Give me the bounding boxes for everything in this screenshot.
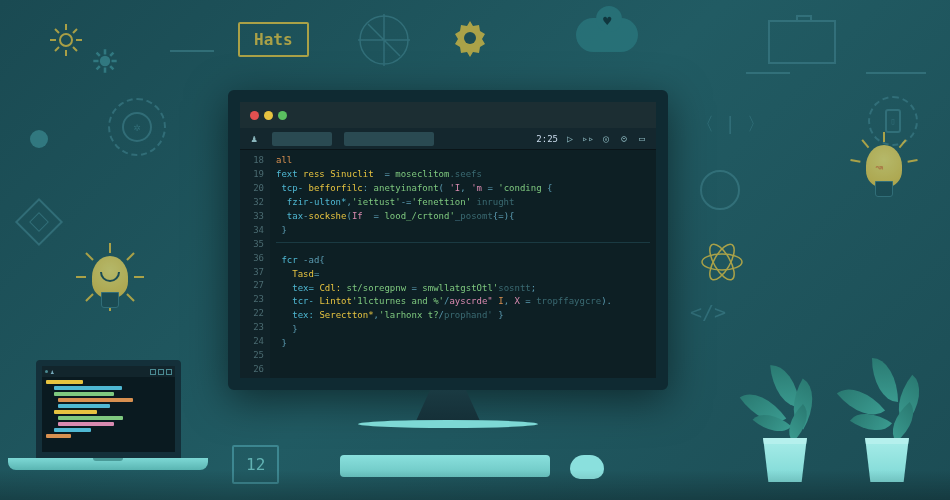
svg-point-2 [464, 32, 476, 44]
line-icon-3 [170, 50, 214, 52]
record-icon: ◎ [600, 133, 612, 145]
app-icon: ♟ [248, 133, 260, 145]
window-titlebar [240, 102, 656, 128]
lightbulb-smile-icon [92, 256, 128, 298]
code-bracket-icon: </> [690, 300, 726, 324]
target-icon [358, 14, 410, 66]
svg-point-0 [60, 34, 72, 46]
diamond-icon [22, 205, 56, 239]
atom-icon [700, 240, 744, 284]
code-editor: 18192032333435363727232223242526 all fex… [240, 150, 656, 378]
dot-icon [30, 130, 48, 148]
editor-toolbar: ♟ 2:25 ▷ ▹▹ ◎ ⊝ ▭ [240, 128, 656, 150]
monitor-screen: ♟ 2:25 ▷ ▹▹ ◎ ⊝ ▭ 1819203233343536372723… [228, 90, 668, 390]
refresh-circle-icon [700, 170, 740, 210]
dashed-circle-icon: ✲ [108, 98, 166, 156]
stop-icon: ⊝ [618, 133, 630, 145]
gear-icon [46, 20, 86, 60]
desktop-monitor: ♟ 2:25 ▷ ▹▹ ◎ ⊝ ▭ 1819203233343536372723… [228, 90, 668, 430]
hats-badge: Hats [238, 22, 309, 57]
svg-point-1 [100, 56, 110, 66]
svg-point-4 [702, 254, 742, 270]
code-body: all fext ress Sinuclit = moseclitom.seef… [270, 150, 656, 378]
card-icon [768, 20, 836, 64]
cloud-heart-icon: ♥ [576, 18, 638, 52]
line-gutter: 18192032333435363727232223242526 [240, 150, 270, 378]
phone-icon-group: ▯ [868, 96, 918, 146]
gear-yellow-icon [450, 18, 490, 58]
gear-small-icon [92, 48, 118, 74]
laptop: ♟ [8, 360, 208, 470]
skip-icon: ▹▹ [582, 133, 594, 145]
line-icon-2 [746, 72, 790, 74]
plant-left [740, 356, 830, 482]
settings-icon: ▭ [636, 133, 648, 145]
clock: 2:25 [536, 134, 558, 144]
traffic-lights [250, 111, 287, 120]
play-icon: ▷ [564, 133, 576, 145]
bracket-icon: 〈 | 〉 [696, 112, 765, 136]
line-icon [866, 72, 926, 74]
laptop-screen: ♟ [36, 360, 181, 458]
plant-right [842, 356, 932, 482]
lightbulb-chart-icon: ↝ [866, 145, 902, 187]
